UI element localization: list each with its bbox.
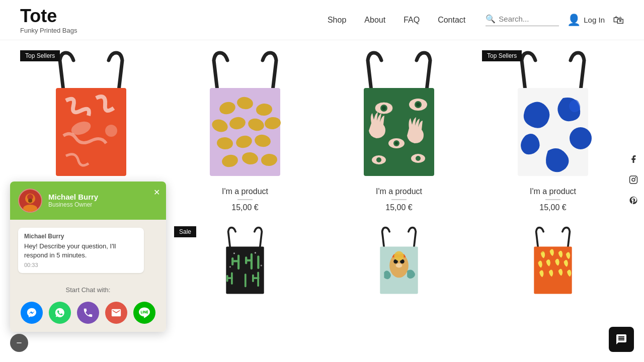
product-image-3	[328, 50, 470, 181]
social-sidebar	[623, 147, 644, 216]
svg-point-73	[632, 178, 635, 182]
product-card-2[interactable]: I'm a product 15,00 €	[174, 50, 316, 214]
product-info-3: I'm a product 15,00 €	[328, 181, 470, 214]
product-price-4: 15,00 €	[482, 203, 624, 212]
svg-rect-61	[245, 274, 247, 287]
product-badge-1: Top Sellers	[20, 50, 60, 61]
svg-rect-72	[630, 176, 637, 184]
chat-widget: Michael Burry Business Owner ✕ Michael B…	[10, 182, 166, 332]
product-divider-3	[391, 199, 407, 200]
chat-header: Michael Burry Business Owner ✕	[10, 182, 166, 220]
facebook-icon[interactable]	[629, 155, 638, 166]
messenger-platform-icon[interactable]	[21, 302, 43, 324]
svg-point-70	[394, 251, 404, 261]
header: Tote Funky Printed Bags Shop About FAQ C…	[0, 0, 644, 40]
pinterest-icon[interactable]	[629, 196, 638, 208]
svg-point-28	[376, 157, 381, 162]
product-divider-2	[237, 199, 253, 200]
product-image-4	[482, 50, 624, 181]
svg-point-20	[382, 106, 386, 110]
svg-point-55	[255, 252, 256, 253]
product-image-2	[174, 50, 316, 181]
svg-point-78	[28, 199, 32, 203]
nav-contact[interactable]: Contact	[438, 16, 465, 25]
svg-point-56	[229, 266, 231, 267]
chat-message-bubble: Michael Burry Hey! Describe your questio…	[18, 228, 144, 273]
chat-msg-time: 00:33	[24, 262, 138, 268]
whatsapp-platform-icon[interactable]	[49, 302, 71, 324]
product-price-3: 15,00 €	[328, 203, 470, 212]
svg-point-54	[233, 252, 235, 254]
chat-minimize-button[interactable]	[10, 334, 28, 352]
logo-title: Tote	[20, 6, 77, 27]
login-area[interactable]: 👤 Log In	[567, 14, 605, 27]
phone-platform-icon[interactable]	[77, 302, 99, 324]
svg-point-30	[416, 156, 421, 161]
cart-icon[interactable]: 🛍	[613, 14, 624, 27]
product-badge-4: Top Sellers	[482, 50, 522, 61]
instagram-icon[interactable]	[629, 175, 638, 187]
header-right: 🔍 👤 Log In 🛍	[486, 14, 624, 27]
chat-msg-author: Michael Burry	[24, 233, 138, 240]
chat-start-label: Start Chat with:	[10, 281, 166, 298]
product-card-8[interactable]	[482, 226, 624, 297]
nav-faq[interactable]: FAQ	[404, 16, 420, 25]
svg-point-77	[23, 205, 37, 212]
chat-msg-text: Hey! Describe your question, I'll respon…	[24, 242, 138, 260]
product-price-2: 15,00 €	[174, 203, 316, 212]
svg-point-57	[261, 264, 262, 266]
svg-point-32	[570, 127, 592, 149]
svg-rect-60	[226, 275, 228, 282]
line-platform-icon[interactable]	[133, 302, 155, 324]
svg-point-69	[396, 263, 403, 268]
product-card-3[interactable]: I'm a product 15,00 €	[328, 50, 470, 214]
product-image-1	[20, 50, 162, 181]
product-info-4: I'm a product 15,00 €	[482, 181, 624, 214]
user-icon: 👤	[567, 14, 581, 27]
product-image-7	[328, 226, 470, 297]
chat-username: Michael Burry	[48, 193, 158, 201]
chat-close-button[interactable]: ✕	[153, 188, 160, 197]
svg-point-2	[105, 125, 117, 137]
product-info-2: I'm a product 15,00 €	[174, 181, 316, 214]
nav-about[interactable]: About	[364, 16, 385, 25]
chat-user-info: Michael Burry Business Owner	[48, 193, 158, 208]
product-divider-4	[545, 199, 560, 200]
logo-tagline: Funky Printed Bags	[20, 27, 77, 34]
nav-shop[interactable]: Shop	[328, 16, 346, 25]
chat-messages: Michael Burry Hey! Describe your questio…	[10, 220, 166, 281]
search-icon: 🔍	[486, 14, 496, 24]
svg-rect-49	[231, 257, 233, 265]
svg-rect-62	[257, 272, 259, 287]
svg-point-74	[635, 177, 636, 178]
chat-avatar	[18, 189, 42, 213]
email-platform-icon[interactable]	[105, 302, 127, 324]
svg-rect-53	[257, 255, 259, 269]
chat-role: Business Owner	[48, 201, 158, 208]
chat-toggle-button[interactable]	[609, 327, 634, 352]
product-card-7[interactable]	[328, 226, 470, 297]
product-card-6[interactable]: Sale	[174, 226, 316, 297]
svg-rect-52	[245, 256, 247, 264]
product-name-3: I'm a product	[328, 187, 470, 196]
product-badge-6: Sale	[174, 226, 196, 237]
logo-area: Tote Funky Printed Bags	[20, 6, 77, 34]
product-image-8	[482, 226, 624, 297]
main-nav: Shop About FAQ Contact	[328, 16, 465, 25]
svg-point-26	[395, 142, 398, 145]
product-name-4: I'm a product	[482, 187, 624, 196]
search-container: 🔍	[486, 14, 559, 26]
chat-platform-icons	[10, 298, 166, 332]
login-label: Log In	[584, 16, 605, 24]
search-input[interactable]	[499, 15, 559, 23]
product-card-4[interactable]: Top Sellers I'm a product 15,00 €	[482, 50, 624, 214]
product-name-2: I'm a product	[174, 187, 316, 196]
svg-rect-64	[252, 275, 254, 282]
svg-point-23	[416, 103, 420, 107]
